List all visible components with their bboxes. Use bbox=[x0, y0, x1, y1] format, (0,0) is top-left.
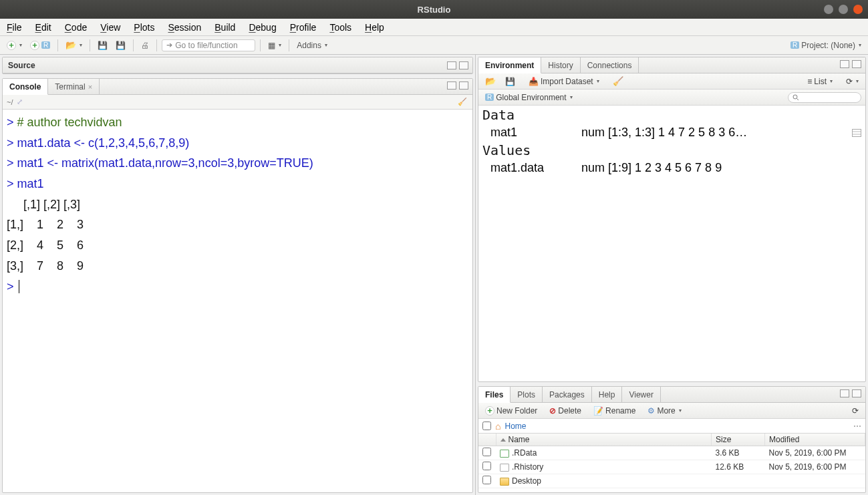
home-breadcrumb[interactable]: Home bbox=[504, 422, 526, 431]
files-maximize-icon[interactable] bbox=[852, 389, 861, 397]
refresh-files-button[interactable]: ⟳ bbox=[849, 405, 861, 417]
window-title: RStudio bbox=[418, 5, 451, 15]
rename-file-button[interactable]: 📝 Rename bbox=[591, 405, 638, 417]
titlebar: RStudio bbox=[0, 0, 868, 19]
env-row[interactable]: mat1num [1:3, 1:3] 1 4 7 2 5 8 3 6… bbox=[478, 124, 865, 141]
console-maximize-icon[interactable] bbox=[459, 81, 468, 90]
source-restore-icon[interactable] bbox=[447, 61, 456, 69]
col-size[interactable]: Size bbox=[712, 434, 765, 446]
files-restore-icon[interactable] bbox=[840, 389, 849, 397]
maximize-icon[interactable] bbox=[839, 5, 848, 14]
project-selector[interactable]: R Project: (None) ▾ bbox=[788, 39, 864, 51]
tab-environment[interactable]: Environment bbox=[478, 57, 541, 73]
env-section-data: Data bbox=[478, 106, 865, 124]
menu-file[interactable]: File bbox=[7, 22, 22, 33]
clear-console-icon[interactable]: 🧹 bbox=[456, 96, 468, 108]
file-checkbox[interactable] bbox=[482, 476, 491, 484]
file-row[interactable]: Desktop bbox=[478, 474, 865, 488]
files-table: Name Size Modified .RData3.6 KBNov 5, 20… bbox=[478, 434, 865, 488]
source-maximize-icon[interactable] bbox=[459, 61, 468, 69]
files-more-icon[interactable]: ⋯ bbox=[853, 422, 861, 431]
new-project-button[interactable]: +R bbox=[27, 39, 53, 51]
delete-file-button[interactable]: ⊘ Delete bbox=[547, 405, 584, 417]
env-scope-button[interactable]: R Global Environment ▾ bbox=[482, 92, 575, 104]
load-workspace-button[interactable]: 📂 bbox=[482, 75, 498, 88]
new-folder-button[interactable]: + New Folder bbox=[482, 405, 540, 417]
tab-plots[interactable]: Plots bbox=[511, 387, 543, 402]
env-maximize-icon[interactable] bbox=[852, 60, 861, 68]
console-pane: Console Terminal× ~/ ⤢ 🧹 > # author tech… bbox=[2, 78, 473, 493]
print-button[interactable]: 🖨 bbox=[138, 39, 152, 51]
addins-button[interactable]: Addins ▾ bbox=[294, 39, 330, 51]
grid-button[interactable]: ▦▾ bbox=[265, 39, 284, 51]
main-area: Source Console Terminal× ~/ ⤢ 🧹 bbox=[0, 55, 868, 495]
source-pane-label: Source bbox=[3, 58, 41, 73]
open-file-button[interactable]: 📂▾ bbox=[63, 39, 85, 51]
menu-profile[interactable]: Profile bbox=[290, 22, 317, 33]
refresh-env-button[interactable]: ⟳ ▾ bbox=[843, 75, 861, 88]
more-files-button[interactable]: ⚙ More ▾ bbox=[645, 405, 684, 417]
file-checkbox[interactable] bbox=[482, 462, 491, 470]
goto-file-input[interactable]: ➔Go to file/function bbox=[162, 39, 255, 51]
save-workspace-button[interactable]: 💾 bbox=[502, 75, 518, 88]
source-pane: Source bbox=[2, 57, 473, 74]
save-button[interactable]: 💾 bbox=[95, 39, 110, 51]
file-type-icon bbox=[500, 450, 509, 458]
file-row[interactable]: .Rhistory12.6 KBNov 5, 2019, 6:00 PM bbox=[478, 460, 865, 474]
menu-view[interactable]: View bbox=[100, 22, 120, 33]
menu-edit[interactable]: Edit bbox=[35, 22, 51, 33]
list-view-button[interactable]: ≡ List ▾ bbox=[805, 75, 835, 88]
tab-history[interactable]: History bbox=[541, 57, 580, 73]
console-popout-icon[interactable]: ⤢ bbox=[17, 98, 23, 106]
view-grid-icon[interactable] bbox=[852, 129, 861, 137]
close-terminal-icon[interactable]: × bbox=[88, 83, 92, 91]
menubar: File Edit Code View Plots Session Build … bbox=[0, 19, 868, 36]
console-path: ~/ bbox=[7, 98, 13, 106]
tab-help[interactable]: Help bbox=[592, 387, 623, 402]
tab-connections[interactable]: Connections bbox=[581, 57, 639, 73]
file-checkbox[interactable] bbox=[482, 448, 491, 456]
menu-code[interactable]: Code bbox=[65, 22, 87, 33]
col-name[interactable]: Name bbox=[496, 434, 712, 446]
file-type-icon bbox=[500, 478, 509, 486]
console-restore-icon[interactable] bbox=[447, 81, 456, 90]
files-pane: Files Plots Packages Help Viewer + New F… bbox=[478, 386, 866, 493]
col-modified[interactable]: Modified bbox=[765, 434, 865, 446]
import-dataset-button[interactable]: 📥 Import Dataset ▾ bbox=[526, 75, 602, 88]
menu-debug[interactable]: Debug bbox=[249, 22, 276, 33]
menu-build[interactable]: Build bbox=[214, 22, 235, 33]
tab-viewer[interactable]: Viewer bbox=[622, 387, 660, 402]
minimize-icon[interactable] bbox=[824, 5, 833, 14]
clear-workspace-button[interactable]: 🧹 bbox=[610, 75, 626, 88]
env-restore-icon[interactable] bbox=[840, 60, 849, 68]
home-icon[interactable]: ⌂ bbox=[495, 421, 500, 432]
environment-pane: Environment History Connections 📂 💾 📥 Im… bbox=[478, 57, 866, 382]
file-row[interactable]: .RData3.6 KBNov 5, 2019, 6:00 PM bbox=[478, 446, 865, 460]
console-output[interactable]: > # author techvidvan > mat1.data <- c(1… bbox=[3, 110, 472, 492]
tab-terminal[interactable]: Terminal× bbox=[48, 79, 100, 94]
new-file-button[interactable]: +▾ bbox=[4, 39, 25, 51]
menu-session[interactable]: Session bbox=[168, 22, 201, 33]
env-search-input[interactable] bbox=[788, 92, 861, 103]
file-type-icon bbox=[500, 464, 509, 472]
main-toolbar: +▾ +R 📂▾ 💾 💾 🖨 ➔Go to file/function ▦▾ A… bbox=[0, 36, 868, 55]
tab-packages[interactable]: Packages bbox=[543, 387, 592, 402]
menu-help[interactable]: Help bbox=[365, 22, 384, 33]
select-all-files-checkbox[interactable] bbox=[482, 422, 491, 430]
tab-console[interactable]: Console bbox=[3, 79, 48, 95]
close-icon[interactable] bbox=[853, 5, 863, 14]
env-section-values: Values bbox=[478, 141, 865, 160]
env-row[interactable]: mat1.datanum [1:9] 1 2 3 4 5 6 7 8 9 bbox=[478, 160, 865, 176]
menu-tools[interactable]: Tools bbox=[329, 22, 351, 33]
menu-plots[interactable]: Plots bbox=[134, 22, 154, 33]
window-controls bbox=[824, 5, 863, 14]
tab-files[interactable]: Files bbox=[478, 387, 511, 403]
save-all-button[interactable]: 💾 bbox=[113, 39, 128, 51]
